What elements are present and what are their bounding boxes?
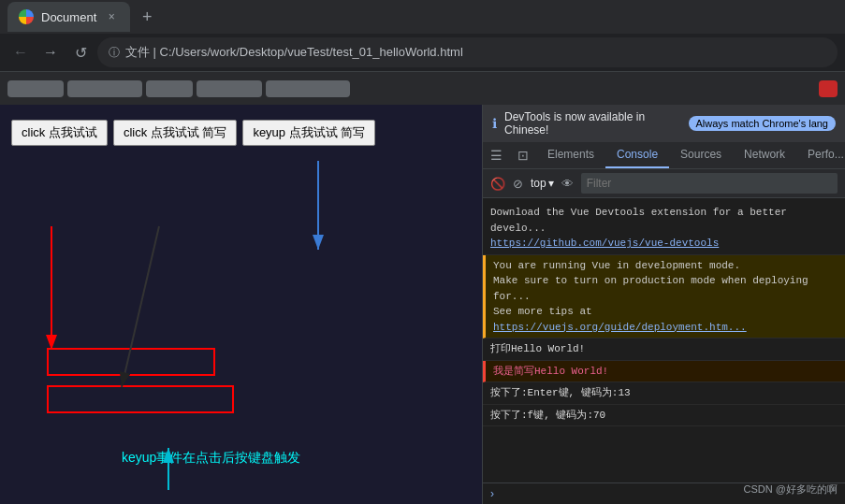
demo-buttons-container: click 点我试试 click 点我试试 简写 keyup 点我试试 简写 xyxy=(0,105,482,161)
keyup-annotation: keyup事件在点击后按键盘触发 xyxy=(122,450,300,467)
back-button[interactable]: ← xyxy=(7,39,34,65)
bookmark-item-right[interactable] xyxy=(819,80,838,97)
clear-console-icon[interactable]: 🚫 xyxy=(490,177,505,191)
annotation-box-1 xyxy=(47,348,215,376)
console-hello1-text: 打印Hello World! xyxy=(490,343,585,354)
devtools-toolbar: 🚫 ⊘ top ▾ 👁 xyxy=(483,169,845,198)
refresh-button[interactable]: ↺ xyxy=(67,39,94,65)
console-warn-text-3: See more tips at https://vuejs.org/guide… xyxy=(493,304,838,335)
console-text: Download the Vue Devtools extension for … xyxy=(490,207,787,234)
top-chevron-icon: ▾ xyxy=(548,177,554,190)
new-tab-button[interactable]: + xyxy=(134,4,160,30)
bookmark-item[interactable] xyxy=(197,80,262,97)
top-selector[interactable]: top ▾ xyxy=(531,177,554,190)
tab-network[interactable]: Network xyxy=(733,142,796,168)
console-link-deployment[interactable]: https://vuejs.org/guide/deployment.htm..… xyxy=(493,322,747,333)
console-message-vue-devtools: Download the Vue Devtools extension for … xyxy=(483,202,845,255)
tab-bar: Document × + xyxy=(0,0,845,34)
main-content: click 点我试试 click 点我试试 简写 keyup 点我试试 简写 k… xyxy=(0,105,845,504)
nav-bar: ← → ↺ ⓘ 文件 | C:/Users/work/Desktop/vueTe… xyxy=(0,34,845,71)
watermark: CSDN @好多吃的啊 xyxy=(744,482,838,497)
bookmarks-bar xyxy=(0,71,845,105)
bookmark-item[interactable] xyxy=(7,80,64,97)
tab-performance[interactable]: Perfo... xyxy=(796,142,845,168)
lock-icon: ⓘ xyxy=(109,45,120,61)
eye-icon[interactable]: 👁 xyxy=(561,177,574,191)
console-message-hello1: 打印Hello World! xyxy=(483,338,845,361)
bookmark-item[interactable] xyxy=(266,80,350,97)
console-warn-text-1: You are running Vue in development mode. xyxy=(493,258,838,274)
tab-sources[interactable]: Sources xyxy=(669,142,733,168)
console-message-dev-mode: You are running Vue in development mode.… xyxy=(483,255,845,339)
tab-elements[interactable]: Elements xyxy=(536,142,605,168)
click-demo-button-2[interactable]: click 点我试试 简写 xyxy=(113,120,238,146)
console-keydown2-text: 按下了:f键, 键码为:70 xyxy=(490,410,605,421)
address-text: 文件 | C:/Users/work/Desktop/vueTest/test_… xyxy=(125,44,463,61)
devtools-console-output: Download the Vue Devtools extension for … xyxy=(483,198,845,482)
click-demo-button-1[interactable]: click 点我试试 xyxy=(11,120,108,146)
console-message-keydown1: 按下了:Enter键, 键码为:13 xyxy=(483,382,845,405)
tab-console[interactable]: Console xyxy=(605,142,669,168)
tab-close-button[interactable]: × xyxy=(104,9,119,24)
stop-icon[interactable]: ⊘ xyxy=(513,177,523,191)
tab-favicon-icon xyxy=(19,9,34,24)
bookmark-item[interactable] xyxy=(146,80,193,97)
browser-viewport: click 点我试试 click 点我试试 简写 keyup 点我试试 简写 k… xyxy=(0,105,482,504)
address-bar[interactable]: ⓘ 文件 | C:/Users/work/Desktop/vueTest/tes… xyxy=(97,37,838,67)
devtools-panel: ℹ DevTools is now available in Chinese! … xyxy=(482,105,845,504)
console-filter-input[interactable] xyxy=(581,173,838,194)
forward-button[interactable]: → xyxy=(37,39,64,65)
devtools-inspect-icon[interactable]: ☰ xyxy=(483,142,510,168)
console-link-devtools[interactable]: https://github.com/vuejs/vue-devtools xyxy=(490,238,719,249)
browser-tab[interactable]: Document × xyxy=(7,2,130,32)
console-prompt-icon: › xyxy=(490,487,494,500)
tab-title: Document xyxy=(41,10,96,24)
devtools-notify-text: DevTools is now available in Chinese! xyxy=(504,110,681,137)
top-label: top xyxy=(531,177,546,190)
annotation-box-2 xyxy=(47,385,234,413)
annotation-arrows xyxy=(0,105,482,504)
console-message-hello2: 我是简写Hello World! xyxy=(483,361,845,383)
devtools-cursor-icon[interactable]: ⊡ xyxy=(510,142,536,168)
console-keydown1-text: 按下了:Enter键, 键码为:13 xyxy=(490,387,631,398)
devtools-tabs: ☰ ⊡ Elements Console Sources Network Per… xyxy=(483,142,845,169)
bookmark-item[interactable] xyxy=(67,80,142,97)
console-hello2-text: 我是简写Hello World! xyxy=(493,366,608,377)
console-message-keydown2: 按下了:f键, 键码为:70 xyxy=(483,405,845,427)
keyup-demo-button[interactable]: keyup 点我试试 简写 xyxy=(242,120,375,146)
devtools-notification: ℹ DevTools is now available in Chinese! … xyxy=(483,105,845,142)
info-icon: ℹ xyxy=(492,116,497,131)
match-language-button[interactable]: Always match Chrome's lang xyxy=(689,116,837,131)
console-warn-text-2: Make sure to turn on production mode whe… xyxy=(493,273,838,304)
browser-chrome: Document × + ← → ↺ ⓘ 文件 | C:/Users/work/… xyxy=(0,0,845,105)
